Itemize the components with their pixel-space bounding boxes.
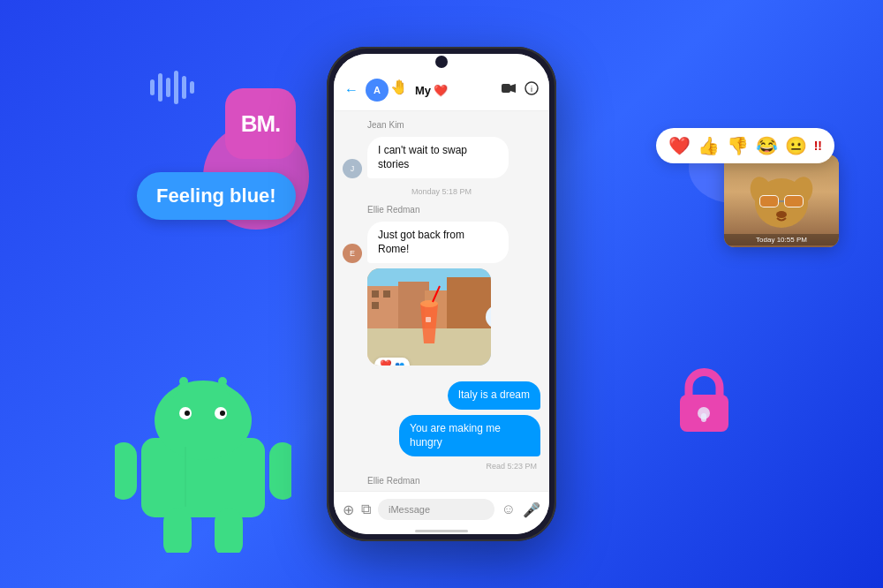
svg-rect-11	[269, 442, 291, 500]
back-button[interactable]: ←	[344, 82, 358, 98]
svg-rect-38	[372, 302, 379, 309]
emoji-icon[interactable]: ☺	[502, 501, 516, 517]
svg-rect-10	[115, 442, 137, 500]
svg-rect-37	[383, 290, 390, 298]
svg-point-41	[420, 300, 438, 307]
svg-point-8	[179, 377, 188, 386]
emoji-heart[interactable]: ❤️	[668, 135, 691, 156]
video-call-icon[interactable]	[502, 81, 516, 99]
bubble-jean: I can't wait to swap stories	[367, 137, 509, 178]
emoji-thumbsup[interactable]: 👍	[698, 135, 720, 156]
avatar-ellie: E	[343, 244, 362, 263]
message-input[interactable]: iMessage	[378, 499, 494, 520]
photo-reaction: ❤️ 👥	[374, 358, 410, 366]
photo-image	[367, 268, 491, 366]
avatar-a: A	[366, 79, 389, 102]
input-bar: ⊕ ⧉ iMessage ☺ 🎤	[334, 491, 549, 531]
svg-point-26	[776, 211, 787, 218]
chat-messages: Jean Kim J I can't wait to swap stories …	[334, 111, 549, 491]
photo-message-row: ❤️ 👥 ⬇	[343, 268, 540, 366]
avatar-jean: J	[343, 159, 362, 178]
svg-marker-28	[510, 84, 516, 93]
message-ellie-rome: E Just got back from Rome!	[343, 222, 540, 263]
feeling-blue-bubble: Feeling blue!	[137, 172, 296, 220]
sender-label-ellie2: Ellie Redman	[367, 476, 540, 486]
svg-rect-17	[701, 413, 706, 422]
android-logo	[115, 358, 291, 535]
dog-photo-timestamp: Today 10:55 PM	[724, 234, 839, 245]
chat-title: My ❤️	[415, 84, 494, 97]
sender-label-jean: Jean Kim	[367, 120, 540, 130]
bm-badge: BM.	[225, 88, 296, 159]
svg-point-9	[218, 377, 227, 386]
sound-wave-icon	[150, 71, 194, 104]
timestamp-monday: Monday 5:18 PM	[343, 187, 540, 196]
mic-icon[interactable]: 🎤	[523, 501, 540, 518]
lock-icon	[675, 368, 733, 447]
emoji-laugh[interactable]: 😂	[756, 135, 778, 156]
emoji-exclamation[interactable]: !!	[814, 139, 822, 153]
svg-text:i: i	[531, 85, 532, 94]
dog-photo-popup: Today 10:55 PM	[724, 155, 839, 247]
read-receipt: Read 5:23 PM	[343, 462, 540, 471]
phone-screen: ← A 🤚 My ❤️ i Jean Kim	[334, 54, 549, 534]
avatar-group: A 🤚	[366, 79, 408, 102]
svg-rect-12	[163, 509, 192, 553]
emoji-neutral[interactable]: 😐	[785, 135, 807, 156]
emoji-reaction-bar[interactable]: ❤️ 👍 👎 😂 😐 !!	[656, 128, 834, 163]
bubble-ellie-rome: Just got back from Rome!	[367, 222, 509, 263]
bubble-hungry: You are making me hungry	[399, 415, 540, 456]
photo-message: ❤️ 👥 ⬇	[367, 268, 491, 366]
emoji-thumbsdown[interactable]: 👎	[727, 135, 749, 156]
message-jean: J I can't wait to swap stories	[343, 137, 540, 178]
svg-rect-25	[785, 196, 803, 207]
svg-rect-35	[447, 277, 491, 330]
svg-rect-24	[760, 196, 778, 207]
bubble-italy: Italy is a dream	[448, 381, 540, 410]
svg-point-1	[155, 381, 252, 460]
home-bar	[415, 530, 468, 532]
svg-point-4	[185, 411, 190, 416]
info-icon[interactable]: i	[525, 81, 539, 99]
svg-rect-27	[502, 84, 510, 93]
message-sent-italy: Italy is a dream	[343, 381, 540, 410]
message-sent-hungry: You are making me hungry	[343, 415, 540, 456]
svg-rect-13	[215, 509, 243, 553]
add-icon[interactable]: ⊕	[343, 501, 354, 518]
svg-rect-42	[426, 317, 431, 322]
header-icons: i	[502, 81, 539, 99]
svg-point-5	[220, 411, 225, 416]
sender-label-ellie1: Ellie Redman	[367, 205, 540, 215]
svg-rect-36	[372, 290, 379, 298]
phone-camera	[435, 56, 448, 68]
avatar-hand-emoji: 🤚	[390, 79, 408, 102]
home-indicator	[334, 531, 549, 534]
phone: ← A 🤚 My ❤️ i Jean Kim	[327, 47, 556, 541]
sticker-icon[interactable]: ⧉	[361, 501, 371, 517]
